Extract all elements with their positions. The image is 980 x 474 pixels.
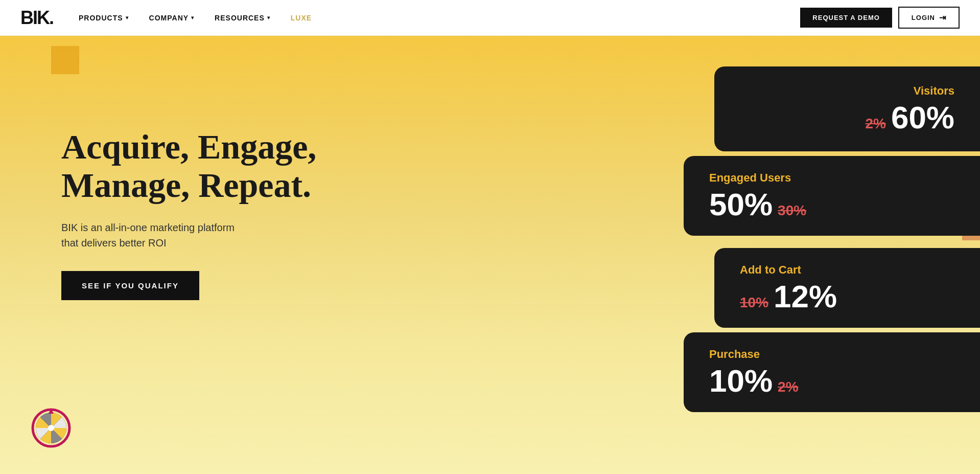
engaged-users-main-value: 50%	[709, 189, 773, 220]
request-demo-button[interactable]: REQUEST A DEMO	[800, 8, 892, 28]
stats-container: Visitors 2% 60% Engaged Users 50% 30% Ad…	[684, 36, 980, 474]
spin-wheel-icon[interactable]	[31, 408, 72, 448]
add-to-cart-label: Add to Cart	[740, 263, 954, 277]
nav-item-company[interactable]: COMPANY ▾	[149, 14, 195, 22]
nav-item-resources[interactable]: RESOURCES ▾	[215, 14, 270, 22]
svg-point-2	[48, 425, 54, 431]
purchase-label: Purchase	[709, 348, 954, 361]
hero-section: Acquire, Engage, Manage, Repeat. BIK is …	[0, 36, 980, 474]
chevron-down-icon: ▾	[126, 15, 129, 20]
purchase-values: 10% 2%	[709, 365, 954, 397]
add-to-cart-values: 10% 12%	[740, 281, 954, 312]
stat-card-purchase: Purchase 10% 2%	[684, 332, 980, 412]
add-to-cart-main-value: 12%	[774, 281, 837, 312]
purchase-main-value: 10%	[709, 365, 773, 397]
visitors-label: Visitors	[740, 84, 954, 98]
site-logo[interactable]: BIK.	[20, 7, 53, 29]
navbar-actions: REQUEST A DEMO LOGIN ⇥	[800, 7, 960, 29]
visitors-values: 2% 60%	[740, 102, 954, 133]
hero-content: Acquire, Engage, Manage, Repeat. BIK is …	[61, 128, 347, 300]
login-button[interactable]: LOGIN ⇥	[898, 7, 960, 29]
engaged-users-old-value: 30%	[778, 202, 806, 219]
chevron-down-icon: ▾	[267, 15, 270, 20]
stat-card-add-to-cart: Add to Cart 10% 12%	[714, 248, 980, 328]
engaged-users-label: Engaged Users	[709, 171, 954, 185]
stat-card-visitors: Visitors 2% 60%	[714, 66, 980, 151]
qualify-button[interactable]: SEE IF YOU QUALIFY	[61, 271, 199, 300]
navbar: BIK. PRODUCTS ▾ COMPANY ▾ RESOURCES ▾ LU…	[0, 0, 980, 36]
stat-card-engaged-users: Engaged Users 50% 30%	[684, 156, 980, 236]
login-label: LOGIN	[912, 14, 935, 21]
hero-headline: Acquire, Engage, Manage, Repeat.	[61, 128, 347, 205]
nav-luxe-label: LUXE	[291, 14, 312, 22]
nav-item-luxe[interactable]: LUXE	[291, 14, 312, 22]
nav-products-label: PRODUCTS	[79, 14, 123, 22]
deco-square-top-left	[51, 46, 79, 74]
chevron-down-icon: ▾	[191, 15, 194, 20]
hero-subtext: BIK is an all-in-one marketing platformt…	[61, 220, 347, 251]
engaged-users-values: 50% 30%	[709, 189, 954, 220]
visitors-old-value: 2%	[865, 116, 885, 132]
nav-item-products[interactable]: PRODUCTS ▾	[79, 14, 129, 22]
login-arrow-icon: ⇥	[939, 13, 946, 22]
nav-company-label: COMPANY	[149, 14, 189, 22]
visitors-main-value: 60%	[891, 102, 954, 133]
purchase-old-value: 2%	[778, 379, 798, 395]
add-to-cart-old-value: 10%	[740, 295, 768, 311]
nav-links: PRODUCTS ▾ COMPANY ▾ RESOURCES ▾ LUXE	[79, 14, 800, 22]
nav-resources-label: RESOURCES	[215, 14, 265, 22]
